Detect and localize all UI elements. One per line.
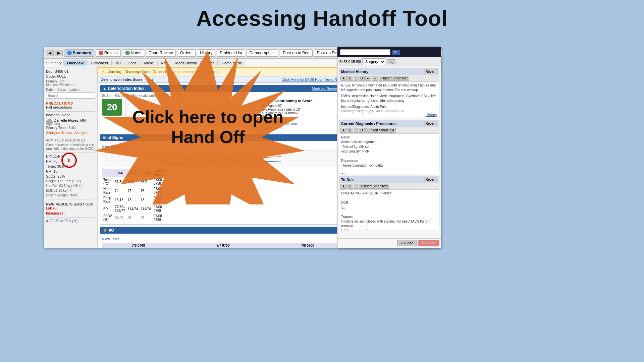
todos-insert-btn[interactable]: + Insert SmartText	[359, 184, 389, 189]
new-results-section: NEW RESULTS (LAST 36H) Lab (8) Imaging (…	[46, 199, 95, 215]
mh-toolbar: ★ B I U ↩ ↪ + Insert SmartText	[339, 75, 439, 82]
summary-icon	[67, 51, 72, 55]
results-icon	[99, 51, 103, 55]
patient-dx: Closed fracture of multiple pubic rami, …	[46, 143, 95, 150]
allergies-link[interactable]: Allergies: Known Allergies	[46, 131, 95, 135]
nurse-name: Danielle Flores, RN	[54, 118, 86, 122]
vitals-table: 07/6 07/7 07/8 Most Recent Temp (°C) 37.…	[102, 169, 344, 222]
dx-underline-btn[interactable]: U	[359, 128, 364, 133]
imaging-results[interactable]: Imaging (1)	[46, 211, 95, 215]
tab-orders[interactable]: Orders	[177, 49, 196, 57]
nurse-section: Danielle Flores, RN Regi...	[46, 118, 95, 126]
mh-undo-btn[interactable]: ↩	[365, 76, 371, 81]
mh-star-btn[interactable]: ★	[340, 76, 347, 81]
medical-history-header: Medical History Revert	[339, 68, 439, 75]
back-button[interactable]: ◀	[46, 50, 54, 56]
ro-search-button[interactable]: 🔍	[392, 50, 400, 55]
mh-insert-btn[interactable]: + Insert SmartText	[379, 76, 409, 81]
current-dx-section: Current Diagnosis / Procedures Revert ★ …	[339, 120, 439, 174]
view-table-link[interactable]: View Table	[102, 237, 120, 241]
todos-star-btn[interactable]: ★	[340, 184, 347, 189]
primary-team: Primary Team: SUN...	[46, 126, 95, 130]
tab-post-op-bed[interactable]: Post-op to Bed	[280, 49, 312, 57]
height: Height: 172.7 cm (5' 8")	[46, 179, 95, 183]
di-score-bar: Deterioration Index Score = Low Click He…	[98, 76, 348, 83]
di-score-label: Deterioration Index Score = Low	[101, 77, 153, 81]
center-panel: ⚠ Warning - Discharge Order Reconciliati…	[98, 67, 348, 248]
active-meds-link[interactable]: ACTIVE MEDS (20)	[46, 219, 95, 223]
tab-results[interactable]: Results	[96, 49, 121, 57]
subtab-overview[interactable]: Overview	[63, 60, 87, 66]
mh-revert-button[interactable]: Revert	[424, 69, 437, 74]
subtab-io[interactable]: I/O	[112, 60, 124, 66]
cancel-button[interactable]: ✗ Cancel	[418, 240, 439, 246]
subtab-fever[interactable]: Fever	[201, 60, 218, 66]
new-results-label: NEW RESULTS (LAST 36H)	[46, 202, 95, 206]
tab-problem-list[interactable]: Problem List	[217, 49, 245, 57]
dx-bold-btn[interactable]: B	[347, 128, 353, 133]
lab-results[interactable]: Lab (8)	[46, 206, 95, 210]
forward-button[interactable]: ▶	[55, 50, 63, 56]
mh-italic-btn[interactable]: I	[354, 76, 358, 81]
mh-underline-btn[interactable]: U	[359, 76, 364, 81]
ro-location-bar: B458-01/B458 Surgery 🔍	[337, 57, 441, 66]
warning-text: Warning - Discharge Order Reconciliation…	[108, 70, 218, 74]
view-graph-link[interactable]: View Graph	[102, 144, 121, 148]
ro-search-btn[interactable]: 🔍	[387, 59, 395, 64]
mh-history-link[interactable]: History	[341, 113, 437, 117]
admitted-section: ADMITTED: 6/21/2020 (1) Closed fracture …	[46, 137, 95, 150]
subtab-meds-history[interactable]: Meds History	[172, 60, 201, 66]
io-table: 7/6 0700 7/7 0700 7/8 0700 1,422 (22.4)	[102, 243, 344, 248]
di-card: ▲ Deterioration Index Mark as Reviewed S…	[100, 85, 346, 132]
tab-demographics[interactable]: Demographics	[247, 49, 278, 57]
subtab-rad[interactable]: Rad	[157, 60, 171, 66]
di-trend-link[interactable]: Click Here for DI 36 Hour Trend Report	[282, 77, 345, 81]
dx-italic-btn[interactable]: I	[354, 128, 358, 133]
vitals-card: Vital Signs View Graph	[100, 134, 346, 225]
todos-bold-btn[interactable]: B	[347, 184, 353, 189]
page-title: Accessing Handoff Tool	[0, 0, 644, 34]
last-wt: Last Wt: 63.5 kg (140 lb)	[46, 184, 95, 188]
rr-value: RR: 15	[46, 169, 95, 173]
todos-body: OPERATING SURGEON: Pieracci XCR 11 Traum…	[339, 190, 439, 230]
mh-bold-btn[interactable]: B	[347, 76, 353, 81]
precautions-label: PRECAUTIONS	[46, 101, 95, 105]
ro-dept-select[interactable]: Surgery	[362, 58, 385, 65]
tab-chart-review[interactable]: Chart Review	[146, 49, 176, 57]
mh-injuries: Injuries/Diagnoses: Acute Pain	[341, 105, 437, 109]
todos-text: OPERATING SURGEON: Pieracci XCR 11 Traum…	[341, 191, 437, 230]
io-card: ⚡ I/O View Table 7/6 0700 7/7 0700 7/8 0…	[100, 227, 346, 248]
patient-class: Patient Class: Inpatient	[46, 88, 95, 92]
table-row: Temp (°C) 37.3 36.9 36.9 07/08 0758	[102, 177, 166, 186]
ro-search-input[interactable]	[340, 49, 390, 55]
mh-redo-btn[interactable]: ↪	[372, 76, 378, 81]
center-scroll[interactable]: ▲ Deterioration Index Mark as Reviewed S…	[98, 83, 348, 248]
tab-history[interactable]: History	[197, 49, 215, 57]
subtab-micro[interactable]: Micro	[141, 60, 157, 66]
subtab-labs[interactable]: Labs	[125, 60, 140, 66]
known-allergies-annotation: !!	[61, 153, 77, 168]
dx-insert-btn[interactable]: + Insert SmartText	[365, 128, 396, 133]
tab-notes[interactable]: Notes	[122, 49, 144, 57]
di-chart: 20+	[125, 99, 257, 126]
medical-history-section: Medical History Revert ★ B I U ↩ ↪ + Ins…	[339, 68, 439, 118]
di-content: 20 20+ Factors Contributing to S	[102, 99, 344, 130]
mh-edited-note: Edited by: Bailey D Lytle, MD at 7/7/202…	[341, 109, 437, 113]
close-button[interactable]: ✓ Close	[397, 240, 417, 246]
dx-revert-button[interactable]: Revert	[424, 121, 437, 126]
subtab-home-meds[interactable]: Home meds	[218, 60, 245, 66]
warning-banner[interactable]: ⚠ Warning - Discharge Order Reconciliati…	[98, 67, 348, 76]
tab-summary[interactable]: Summary	[64, 49, 94, 57]
active-meds-section: ACTIVE MEDS (20)	[46, 217, 95, 223]
di-card-header: ▲ Deterioration Index Mark as Reviewed	[100, 85, 346, 92]
notes-icon	[125, 51, 130, 55]
todos-revert-button[interactable]: Revert	[424, 177, 437, 182]
todos-italic-btn[interactable]: I	[354, 184, 358, 189]
dx-star-btn[interactable]: ★	[340, 128, 347, 133]
ro-scroll-area[interactable]: Medical History Revert ★ B I U ↩ ↪ + Ins…	[337, 66, 441, 238]
admitted-date: ADMITTED: 6/21/2020 (1)	[46, 138, 95, 142]
subtab-flowsheet[interactable]: Flowsheet	[88, 60, 112, 66]
patient-bed: Bed: B458-01	[46, 69, 95, 73]
vitals-card-header: Vital Signs	[100, 134, 346, 141]
search-input[interactable]	[46, 93, 95, 99]
